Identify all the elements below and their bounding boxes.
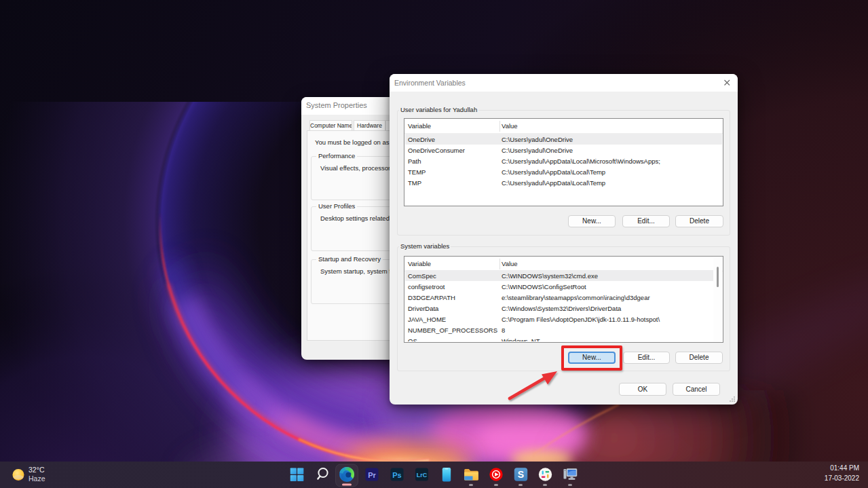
svg-text:LrC: LrC bbox=[417, 472, 428, 478]
svg-text:S: S bbox=[518, 469, 524, 480]
svg-text:Ps: Ps bbox=[392, 471, 401, 479]
svg-text:Pr: Pr bbox=[368, 471, 376, 479]
